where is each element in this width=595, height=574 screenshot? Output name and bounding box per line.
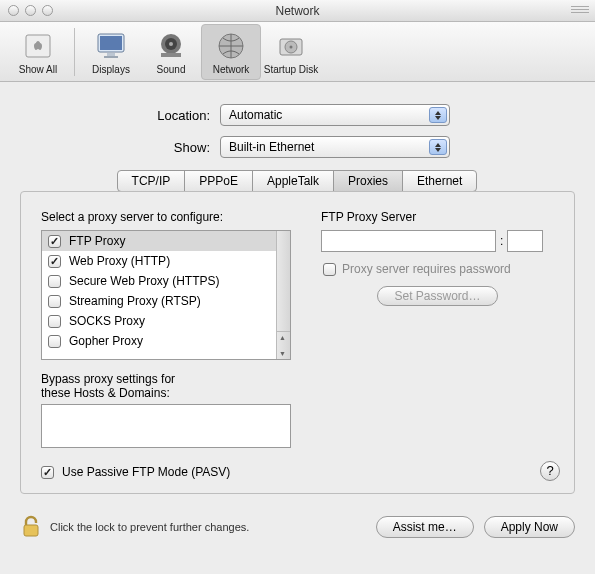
toolbar-label: Network — [213, 64, 250, 75]
set-password-button[interactable]: Set Password… — [377, 286, 497, 306]
lock-text: Click the lock to prevent further change… — [50, 521, 249, 533]
proxy-row-label: Web Proxy (HTTP) — [69, 254, 170, 268]
tab-tcpip[interactable]: TCP/IP — [117, 170, 186, 192]
proxy-port-input[interactable] — [507, 230, 543, 252]
svg-rect-3 — [107, 53, 115, 56]
pasv-row[interactable]: Use Passive FTP Mode (PASV) — [41, 465, 291, 479]
proxy-row-https[interactable]: Secure Web Proxy (HTTPS) — [42, 271, 290, 291]
checkbox-icon[interactable] — [48, 275, 61, 288]
toolbar-label: Show All — [19, 64, 57, 75]
proxy-host-input[interactable] — [321, 230, 496, 252]
show-select[interactable]: Built-in Ethernet — [220, 136, 450, 158]
scroll-stepper[interactable] — [276, 331, 290, 359]
proxy-row-ftp[interactable]: FTP Proxy — [42, 231, 290, 251]
display-icon — [94, 29, 128, 63]
toolbar: Show All Displays Sound Network Startup … — [0, 22, 595, 82]
show-value: Built-in Ethernet — [229, 140, 314, 154]
assist-me-button[interactable]: Assist me… — [376, 516, 474, 538]
requires-password-row[interactable]: Proxy server requires password — [323, 262, 554, 276]
pasv-label: Use Passive FTP Mode (PASV) — [62, 465, 230, 479]
tab-proxies[interactable]: Proxies — [333, 170, 403, 192]
drive-icon — [274, 29, 308, 63]
location-value: Automatic — [229, 108, 282, 122]
port-separator: : — [500, 234, 503, 248]
proxy-row-socks[interactable]: SOCKS Proxy — [42, 311, 290, 331]
checkbox-icon[interactable] — [48, 335, 61, 348]
tabbar: TCP/IP PPPoE AppleTalk Proxies Ethernet — [20, 170, 575, 192]
proxy-row-label: Streaming Proxy (RTSP) — [69, 294, 201, 308]
lock-icon[interactable] — [20, 514, 42, 540]
location-label: Location: — [20, 108, 220, 123]
toolbar-label: Displays — [92, 64, 130, 75]
show-label: Show: — [20, 140, 220, 155]
footer: Click the lock to prevent further change… — [0, 504, 595, 540]
titlebar: Network — [0, 0, 595, 22]
checkbox-icon[interactable] — [48, 295, 61, 308]
proxy-listbox[interactable]: FTP Proxy Web Proxy (HTTP) Secure Web Pr… — [41, 230, 291, 360]
toolbar-item-displays[interactable]: Displays — [81, 24, 141, 80]
toolbar-grabber — [571, 6, 589, 14]
apply-now-button[interactable]: Apply Now — [484, 516, 575, 538]
proxy-row-label: Secure Web Proxy (HTTPS) — [69, 274, 219, 288]
proxies-panel: Select a proxy server to configure: FTP … — [20, 191, 575, 494]
checkbox-icon[interactable] — [48, 315, 61, 328]
toolbar-item-sound[interactable]: Sound — [141, 24, 201, 80]
svg-rect-13 — [24, 525, 38, 536]
checkbox-icon[interactable] — [48, 235, 61, 248]
proxy-row-label: SOCKS Proxy — [69, 314, 145, 328]
toolbar-item-network[interactable]: Network — [201, 24, 261, 80]
tab-ethernet[interactable]: Ethernet — [402, 170, 477, 192]
proxy-row-label: FTP Proxy — [69, 234, 125, 248]
svg-point-7 — [169, 42, 173, 46]
speaker-icon — [154, 29, 188, 63]
bypass-label-2: these Hosts & Domains: — [41, 386, 291, 400]
svg-rect-4 — [104, 56, 118, 58]
bypass-label-1: Bypass proxy settings for — [41, 372, 291, 386]
tab-appletalk[interactable]: AppleTalk — [252, 170, 334, 192]
chevrons-icon — [429, 139, 447, 155]
toolbar-label: Startup Disk — [264, 64, 318, 75]
svg-point-12 — [290, 45, 293, 48]
proxy-row-http[interactable]: Web Proxy (HTTP) — [42, 251, 290, 271]
location-select[interactable]: Automatic — [220, 104, 450, 126]
svg-rect-8 — [161, 53, 181, 57]
checkbox-icon[interactable] — [323, 263, 336, 276]
proxy-row-rtsp[interactable]: Streaming Proxy (RTSP) — [42, 291, 290, 311]
checkbox-icon[interactable] — [41, 466, 54, 479]
chevrons-icon — [429, 107, 447, 123]
globe-icon — [214, 29, 248, 63]
toolbar-item-show-all[interactable]: Show All — [8, 24, 68, 80]
toolbar-item-startup-disk[interactable]: Startup Disk — [261, 24, 321, 80]
svg-rect-2 — [100, 36, 122, 50]
proxy-list-heading: Select a proxy server to configure: — [41, 210, 291, 224]
bypass-textarea[interactable] — [41, 404, 291, 448]
proxy-row-label: Gopher Proxy — [69, 334, 143, 348]
server-heading: FTP Proxy Server — [321, 210, 554, 224]
toolbar-separator — [74, 28, 75, 76]
proxy-row-gopher[interactable]: Gopher Proxy — [42, 331, 290, 351]
help-button[interactable]: ? — [540, 461, 560, 481]
window-title: Network — [0, 4, 595, 18]
requires-password-label: Proxy server requires password — [342, 262, 511, 276]
toolbar-label: Sound — [157, 64, 186, 75]
tab-pppoe[interactable]: PPPoE — [184, 170, 253, 192]
checkbox-icon[interactable] — [48, 255, 61, 268]
scrollbar[interactable] — [276, 231, 290, 359]
apple-prefs-icon — [21, 29, 55, 63]
